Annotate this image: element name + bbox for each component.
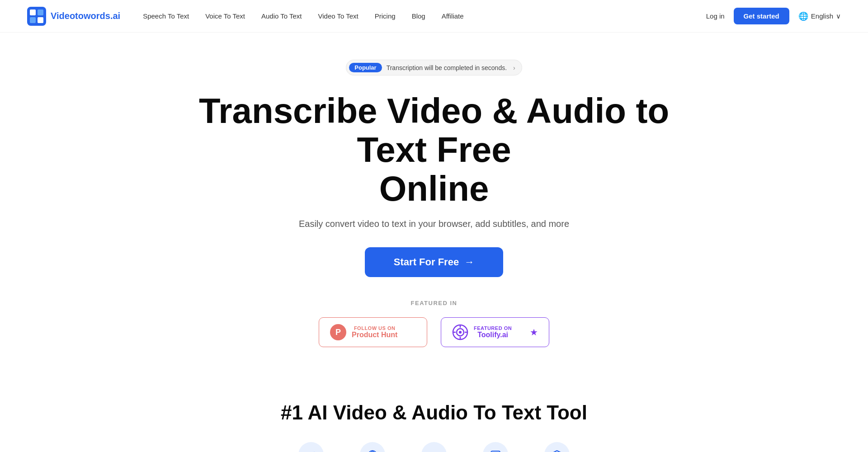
toolify-featured-label: FEATURED ON: [474, 325, 512, 331]
popular-badge[interactable]: Popular Transcription will be completed …: [346, 60, 522, 75]
feature-play-icon: [483, 442, 508, 452]
get-started-button[interactable]: Get started: [734, 8, 789, 24]
popular-tag: Popular: [349, 63, 382, 72]
header: Videotowords.ai Speech To Text Voice To …: [0, 0, 868, 33]
login-button[interactable]: Log in: [706, 12, 725, 20]
svg-point-7: [459, 331, 462, 334]
language-flag-icon: 🌐: [798, 11, 808, 21]
svg-rect-4: [38, 17, 43, 23]
logo-icon: [27, 7, 46, 26]
feature-shield-check-icon-item: [544, 442, 570, 452]
language-selector[interactable]: 🌐 English ∨: [798, 11, 841, 21]
start-for-free-button[interactable]: Start For Free →: [365, 247, 503, 277]
nav-affiliate[interactable]: Affiliate: [442, 12, 464, 20]
start-for-free-label: Start For Free: [394, 256, 459, 268]
svg-rect-2: [30, 17, 36, 23]
feature-play-icon-item: [483, 442, 508, 452]
nav-audio-to-text[interactable]: Audio To Text: [261, 12, 302, 20]
feature-infinite-icon-item: [421, 442, 447, 452]
ai-section: #1 AI Video & Audio To Text Tool: [0, 392, 868, 452]
arrow-right-icon: →: [464, 256, 474, 268]
featured-badges: P FOLLOW US ON Product Hunt: [319, 317, 549, 347]
feature-globe-icon: [360, 442, 385, 452]
ai-section-title: #1 AI Video & Audio To Text Tool: [9, 401, 859, 424]
feature-icons: [9, 442, 859, 452]
language-label: English: [811, 12, 833, 20]
svg-rect-0: [27, 7, 46, 26]
hero-title: Transcribe Video & Audio to Text Free On…: [163, 92, 705, 208]
feature-check-icon: [298, 442, 324, 452]
featured-label: FEATURED IN: [411, 300, 458, 306]
featured-in-section: FEATURED IN P FOLLOW US ON Product Hunt: [319, 300, 549, 347]
popular-chevron-icon: ›: [513, 64, 515, 71]
toolify-star-icon: ★: [530, 327, 538, 338]
nav-voice-to-text[interactable]: Voice To Text: [205, 12, 245, 20]
product-hunt-icon: P: [330, 324, 346, 340]
feature-shield-check-icon: [544, 442, 570, 452]
nav-video-to-text[interactable]: Video To Text: [318, 12, 359, 20]
product-hunt-name: Product Hunt: [352, 331, 397, 339]
nav-pricing[interactable]: Pricing: [375, 12, 396, 20]
hero-subtitle: Easily convert video to text in your bro…: [299, 219, 569, 229]
product-hunt-badge[interactable]: P FOLLOW US ON Product Hunt: [319, 317, 427, 347]
logo-text: Videotowords.ai: [51, 11, 120, 21]
logo[interactable]: Videotowords.ai: [27, 7, 120, 26]
toolify-name: Toolify.ai: [474, 331, 512, 339]
feature-infinite-icon: [421, 442, 447, 452]
feature-globe-icon-item: [360, 442, 385, 452]
nav-blog[interactable]: Blog: [412, 12, 425, 20]
toolify-text: FEATURED ON Toolify.ai: [474, 325, 512, 339]
main-nav: Speech To Text Voice To Text Audio To Te…: [143, 12, 706, 20]
header-right: Log in Get started 🌐 English ∨: [706, 8, 841, 24]
svg-rect-1: [30, 9, 36, 15]
toolify-icon: [452, 324, 468, 340]
popular-text: Transcription will be completed in secon…: [387, 64, 507, 71]
product-hunt-follow-label: FOLLOW US ON: [352, 325, 397, 331]
svg-rect-3: [38, 9, 43, 15]
hero-section: Popular Transcription will be completed …: [0, 33, 868, 392]
toolify-badge[interactable]: FEATURED ON Toolify.ai ★: [441, 317, 549, 347]
feature-check-icon-item: [298, 442, 324, 452]
chevron-down-icon: ∨: [836, 12, 841, 20]
product-hunt-text: FOLLOW US ON Product Hunt: [352, 325, 397, 339]
nav-speech-to-text[interactable]: Speech To Text: [143, 12, 189, 20]
